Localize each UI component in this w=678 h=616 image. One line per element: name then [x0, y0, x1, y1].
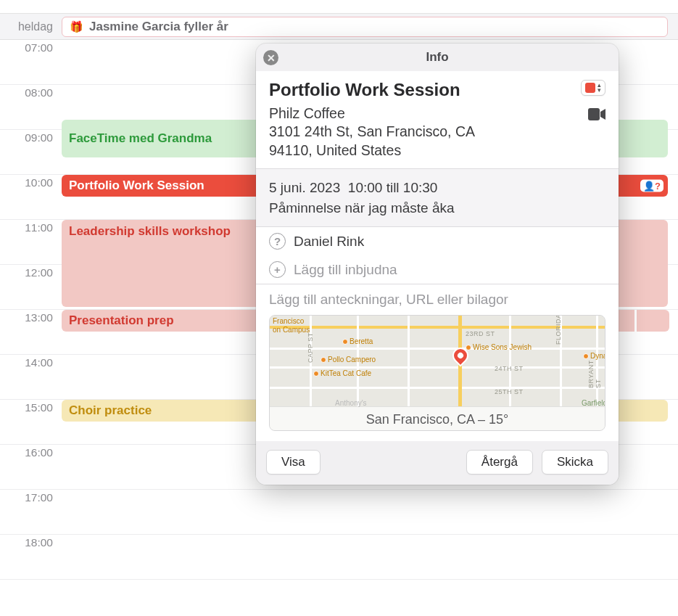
- notes-placeholder[interactable]: Lägg till anteckningar, URL eller bilago…: [269, 292, 605, 308]
- hour-label: 11:00: [0, 220, 62, 264]
- event-time: 10:00 till 10:30: [348, 180, 438, 195]
- map-preview[interactable]: Francisco on Campus Beretta Pollo Camper…: [269, 315, 605, 431]
- hour-label: 09:00: [0, 130, 62, 174]
- street-label: 23RD ST: [466, 330, 495, 337]
- poi-label: Beretta: [342, 337, 373, 345]
- poi-label: KitTea Cat Cafe: [313, 369, 371, 377]
- chevron-updown-icon: ▴▾: [598, 83, 601, 93]
- reminder-text: Påminnelse när jag måste åka: [269, 198, 605, 218]
- send-button[interactable]: Skicka: [542, 450, 608, 475]
- title-section: Portfolio Work Session ▴▾ Philz Coffee 3…: [256, 71, 619, 169]
- street-label: BRYANT ST: [587, 361, 602, 389]
- map-footer: San Francisco, CA – 15°: [270, 406, 605, 431]
- street-label: 24TH ST: [495, 365, 524, 372]
- question-icon: ?: [269, 233, 286, 250]
- hour-label: 12:00: [0, 265, 62, 309]
- poi-label: Garfield: [582, 399, 605, 407]
- time-section[interactable]: 5 juni. 2023 10:00 till 10:30 Påminnelse…: [256, 169, 619, 227]
- location-addr-2: 94110, United States: [269, 141, 475, 160]
- hour-label: 18:00: [0, 535, 62, 579]
- event-title: Presentation prep: [69, 313, 174, 328]
- poi-label: on Campus: [273, 326, 310, 334]
- poi-label: Wise Sons Jewish: [466, 343, 532, 351]
- hour-label: 13:00: [0, 310, 62, 354]
- event-title: Leadership skills workshop: [69, 224, 231, 239]
- popover-header: ✕ Info: [256, 44, 619, 71]
- hour-label: 08:00: [0, 85, 62, 129]
- hour-label: 17:00: [0, 490, 62, 534]
- hour-label: 10:00: [0, 175, 62, 219]
- revert-button[interactable]: Återgå: [466, 450, 533, 475]
- location-name: Philz Coffee: [269, 104, 475, 123]
- hour-label: 07:00: [0, 40, 62, 84]
- svg-rect-0: [588, 108, 600, 120]
- color-swatch: [585, 83, 595, 93]
- hour-label: 14:00: [0, 355, 62, 399]
- hour-label: 15:00: [0, 400, 62, 444]
- invitee-section: ? Daniel Rink + Lägg till inbjudna: [256, 227, 619, 284]
- allday-row: heldag 🎁 Jasmine Garcia fyller år: [0, 14, 678, 40]
- invitee-row[interactable]: ? Daniel Rink: [256, 227, 619, 255]
- street-label: FLORIDA ST: [555, 315, 562, 345]
- event-title-field[interactable]: Portfolio Work Session: [269, 80, 460, 100]
- plus-icon: +: [269, 261, 286, 278]
- poi-label: Dynamo Coffee: [583, 352, 605, 360]
- poi-label: Francisco: [273, 317, 304, 325]
- popover-title: Info: [426, 50, 448, 65]
- event-title: Portfolio Work Session: [69, 178, 204, 193]
- notes-section: Lägg till anteckningar, URL eller bilago…: [256, 284, 619, 441]
- add-invitee-label: Lägg till inbjudna: [294, 262, 397, 278]
- event-title: FaceTime med Grandma: [69, 131, 212, 146]
- event-date: 5 juni. 2023: [269, 180, 340, 195]
- allday-event-title: Jasmine Garcia fyller år: [89, 20, 228, 34]
- street-label: 25TH ST: [495, 388, 524, 395]
- video-icon[interactable]: [588, 106, 605, 125]
- location-block[interactable]: Philz Coffee 3101 24th St, San Francisco…: [269, 104, 605, 160]
- event-info-popover: ✕ Info Portfolio Work Session ▴▾ Philz C…: [256, 44, 619, 485]
- poi-label: Pollo Campero: [321, 356, 376, 364]
- button-row: Visa Återgå Skicka: [256, 441, 619, 485]
- invitee-status-icon: 👤?: [640, 180, 663, 192]
- show-button[interactable]: Visa: [266, 450, 321, 475]
- gift-icon: 🎁: [70, 20, 83, 33]
- invitee-name: Daniel Rink: [294, 234, 364, 250]
- street-label: CAPP ST: [307, 332, 314, 363]
- event-title: Choir practice: [69, 403, 152, 418]
- add-invitee-row[interactable]: + Lägg till inbjudna: [256, 255, 619, 284]
- close-button[interactable]: ✕: [263, 50, 278, 65]
- calendar-color-select[interactable]: ▴▾: [581, 80, 605, 96]
- poi-label: Anthony's: [335, 399, 367, 407]
- allday-label: heldag: [0, 20, 62, 33]
- map-area: Francisco on Campus Beretta Pollo Camper…: [270, 316, 605, 406]
- hour-label: 16:00: [0, 445, 62, 489]
- allday-event[interactable]: 🎁 Jasmine Garcia fyller år: [62, 17, 668, 37]
- location-addr-1: 3101 24th St, San Francisco, CA: [269, 123, 475, 141]
